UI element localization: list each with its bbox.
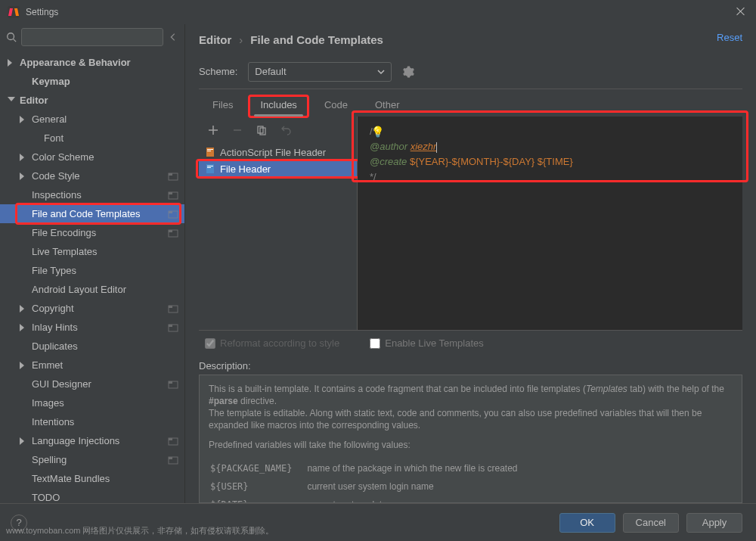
expand-arrow-icon: [20, 362, 27, 369]
bulb-icon[interactable]: 💡: [371, 124, 384, 139]
svg-rect-30: [207, 166, 213, 166]
gear-icon[interactable]: [402, 66, 414, 78]
sidebar-item-todo[interactable]: TODO: [0, 488, 184, 503]
svg-rect-12: [169, 306, 172, 308]
window-title: Settings: [26, 7, 58, 17]
enable-live-checkbox[interactable]: Enable Live Templates: [370, 337, 484, 349]
sidebar-item-code-style[interactable]: Code Style: [0, 166, 184, 185]
template-item-label: File Header: [220, 163, 271, 175]
sidebar-item-keymap[interactable]: Keymap: [0, 72, 184, 91]
sidebar-item-gui-designer[interactable]: GUI Designer: [0, 375, 184, 393]
scheme-select[interactable]: Default: [248, 62, 392, 82]
expand-arrow-icon: [20, 305, 27, 312]
close-icon[interactable]: [735, 6, 747, 18]
settings-tree[interactable]: Appearance & BehaviorKeymapEditorGeneral…: [0, 50, 184, 503]
project-scope-icon: [168, 228, 178, 238]
search-icon[interactable]: [6, 32, 17, 42]
sidebar-item-inspections[interactable]: Inspections: [0, 185, 184, 204]
back-arrow-icon[interactable]: [168, 32, 178, 42]
variable-row: ${DATE}current system date: [210, 496, 531, 503]
breadcrumb: Editor › File and Code Templates: [199, 24, 742, 54]
sidebar-item-label: Code Style: [32, 170, 80, 182]
expand-arrow-icon: [20, 324, 27, 331]
search-input[interactable]: [21, 28, 163, 46]
var-desc: current system date: [307, 496, 531, 503]
copy-button[interactable]: [255, 123, 268, 137]
chevron-right-icon: ›: [239, 33, 243, 46]
undo-button: [279, 123, 293, 137]
sidebar-item-label: Android Layout Editor: [32, 284, 126, 295]
sidebar-item-label: Emmet: [32, 359, 63, 371]
sidebar-item-emmet[interactable]: Emmet: [0, 356, 184, 375]
sidebar-item-inlay-hints[interactable]: Inlay Hints: [0, 318, 184, 337]
ok-button[interactable]: OK: [559, 513, 615, 533]
svg-rect-8: [169, 211, 172, 213]
apply-button[interactable]: Apply: [686, 513, 742, 533]
project-scope-icon: [168, 455, 178, 465]
svg-point-1: [8, 33, 14, 40]
sidebar-item-spelling[interactable]: Spelling: [0, 450, 184, 469]
sidebar-item-label: Color Scheme: [32, 151, 94, 163]
sidebar-item-label: Inlay Hints: [32, 322, 78, 333]
var-name: ${DATE}: [210, 496, 305, 503]
cancel-button[interactable]: Cancel: [623, 513, 679, 533]
template-list[interactable]: ActionScript File HeaderFile Header: [199, 144, 357, 330]
sidebar-item-images[interactable]: Images: [0, 393, 184, 412]
var-desc: current user system login name: [307, 478, 531, 495]
remove-button: [231, 123, 244, 137]
sidebar-item-copyright[interactable]: Copyright: [0, 299, 184, 318]
sidebar-item-intentions[interactable]: Intentions: [0, 412, 184, 431]
reset-link[interactable]: Reset: [717, 32, 742, 43]
expand-arrow-icon: [8, 97, 15, 104]
sidebar-item-editor[interactable]: Editor: [0, 91, 184, 110]
sidebar-item-live-templates[interactable]: Live Templates: [0, 242, 184, 261]
sidebar-item-file-types[interactable]: File Types: [0, 261, 184, 280]
sidebar-item-language-injections[interactable]: Language Injections: [0, 431, 184, 450]
sidebar-item-file-and-code-templates[interactable]: File and Code Templates: [0, 204, 184, 223]
project-scope-icon: [168, 190, 178, 201]
var-desc: name of the package in which the new fil…: [307, 460, 531, 477]
sidebar-item-general[interactable]: General: [0, 110, 184, 129]
sidebar-item-appearance-behavior[interactable]: Appearance & Behavior: [0, 53, 184, 72]
breadcrumb-a: Editor: [199, 33, 231, 46]
template-editor[interactable]: 💡 /* @author xiezhr @create ${YEAR}-${MO…: [358, 117, 742, 330]
sidebar-item-label: Appearance & Behavior: [20, 57, 131, 68]
tab-files[interactable]: Files: [199, 93, 246, 117]
sidebar-item-label: Images: [32, 397, 64, 409]
sidebar-item-label: Inspections: [32, 189, 82, 201]
expand-arrow-icon: [20, 116, 27, 123]
expand-arrow-icon: [20, 154, 27, 161]
project-scope-icon: [168, 171, 178, 182]
reformat-checkbox: Reformat according to style: [205, 337, 339, 349]
svg-rect-4: [169, 173, 172, 176]
sidebar-item-font[interactable]: Font: [0, 129, 184, 148]
sidebar-item-file-encodings[interactable]: File Encodings: [0, 223, 184, 242]
template-toolbar: [199, 117, 357, 144]
add-button[interactable]: [206, 123, 220, 137]
tab-code[interactable]: Code: [311, 93, 361, 117]
sidebar-item-label: File and Code Templates: [32, 208, 141, 219]
sidebar-item-label: Live Templates: [32, 246, 97, 257]
description-heading: Description:: [199, 356, 742, 375]
var-name: ${USER}: [210, 478, 305, 495]
sidebar-item-textmate-bundles[interactable]: TextMate Bundles: [0, 469, 184, 488]
breadcrumb-b: File and Code Templates: [250, 33, 383, 46]
app-logo-icon: [8, 6, 20, 18]
sidebar-item-label: Font: [44, 132, 64, 144]
sidebar-item-label: Keymap: [32, 76, 70, 87]
tab-includes[interactable]: Includes: [246, 93, 310, 117]
sidebar-item-android-layout-editor[interactable]: Android Layout Editor: [0, 280, 184, 299]
svg-rect-31: [207, 167, 211, 168]
project-scope-icon: [168, 436, 178, 446]
template-tabs: FilesIncludesCodeOther: [199, 89, 742, 117]
tab-other[interactable]: Other: [361, 93, 414, 117]
template-item[interactable]: ActionScript File Header: [199, 144, 357, 160]
sidebar-item-color-scheme[interactable]: Color Scheme: [0, 148, 184, 166]
sidebar-item-label: Duplicates: [32, 340, 78, 352]
sidebar-item-duplicates[interactable]: Duplicates: [0, 337, 184, 356]
template-item[interactable]: File Header: [199, 160, 357, 177]
variable-row: ${USER}current user system login name: [210, 478, 531, 495]
sidebar-item-label: File Types: [32, 265, 76, 276]
sidebar-item-label: TextMate Bundles: [32, 473, 110, 484]
sidebar-item-label: GUI Designer: [32, 378, 91, 390]
